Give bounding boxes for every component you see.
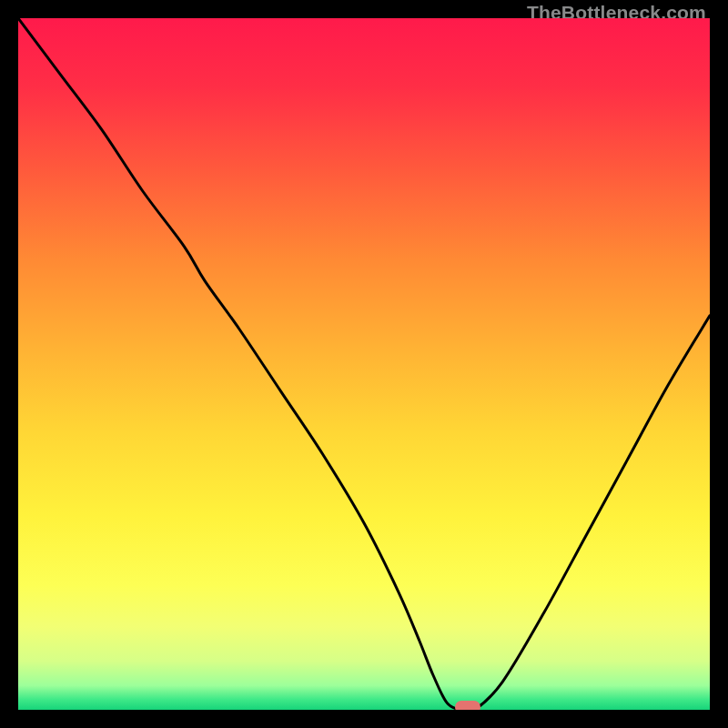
optimum-marker [455,701,480,710]
plot-area [18,18,710,710]
bottleneck-curve [18,18,710,710]
chart-frame: TheBottleneck.com [0,0,728,728]
